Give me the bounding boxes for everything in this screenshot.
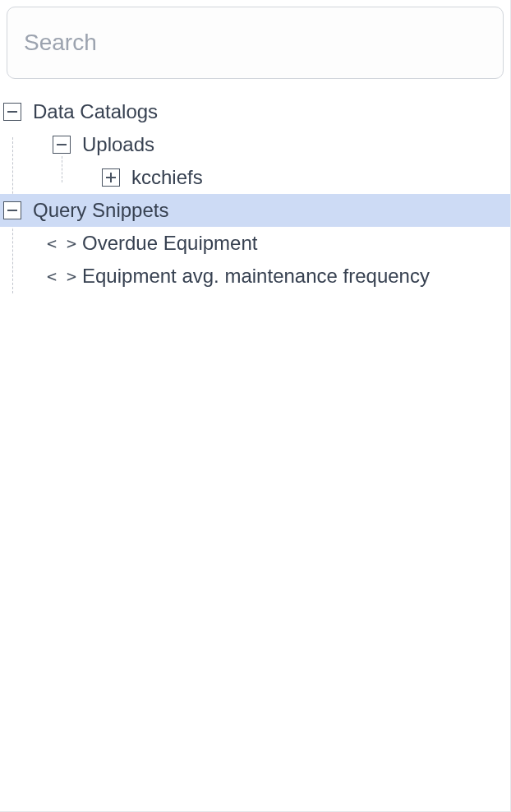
search-input[interactable] <box>7 7 504 79</box>
tree-node-data-catalogs[interactable]: Data Catalogs <box>0 95 510 128</box>
tree-node-query-snippets[interactable]: Query Snippets <box>0 194 510 227</box>
tree-node-snippet-overdue[interactable]: < > Overdue Equipment <box>0 227 510 260</box>
tree-node-kcchiefs[interactable]: kcchiefs <box>0 161 510 194</box>
collapse-icon[interactable] <box>53 136 71 154</box>
tree-view: Data Catalogs Uploads kcchiefs Query Sni… <box>0 85 510 293</box>
collapse-icon[interactable] <box>3 103 21 121</box>
tree-node-uploads[interactable]: Uploads <box>0 128 510 161</box>
code-icon: < > <box>53 266 71 286</box>
tree-node-snippet-frequency[interactable]: < > Equipment avg. maintenance frequency <box>0 260 510 293</box>
tree-label: Data Catalogs <box>33 100 158 123</box>
tree-label: Overdue Equipment <box>82 232 257 255</box>
tree-label: Uploads <box>82 133 154 156</box>
tree-label: Query Snippets <box>33 199 168 222</box>
expand-icon[interactable] <box>102 168 120 187</box>
tree-label: Equipment avg. maintenance frequency <box>82 265 430 288</box>
code-icon: < > <box>53 233 71 253</box>
collapse-icon[interactable] <box>3 201 21 219</box>
tree-label: kcchiefs <box>131 166 203 189</box>
